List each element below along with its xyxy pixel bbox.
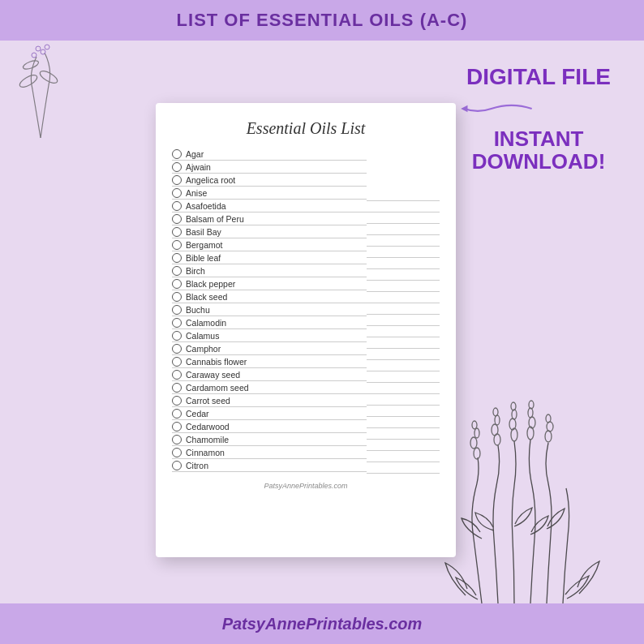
list-item: Cedar bbox=[172, 409, 367, 420]
blank-line bbox=[367, 360, 440, 371]
oil-checkbox bbox=[172, 396, 182, 406]
svg-point-22 bbox=[528, 408, 533, 418]
oil-name: Cedar bbox=[186, 409, 367, 419]
list-item: Balsam of Peru bbox=[172, 214, 367, 225]
list-item: Buchu bbox=[172, 305, 367, 316]
blank-line bbox=[367, 326, 440, 337]
svg-point-6 bbox=[45, 45, 49, 49]
blank-line bbox=[367, 315, 440, 326]
blank-line bbox=[367, 258, 440, 269]
blank-line bbox=[367, 247, 440, 258]
oil-name: Chamomile bbox=[186, 435, 367, 444]
oil-name: Anise bbox=[186, 188, 367, 198]
oil-name: Carrot seed bbox=[186, 396, 367, 406]
oil-name: Angelica root bbox=[186, 175, 367, 185]
svg-point-19 bbox=[511, 402, 516, 410]
oil-checkbox bbox=[172, 240, 182, 250]
blank-line bbox=[367, 213, 440, 224]
oil-checkbox bbox=[172, 253, 182, 263]
svg-marker-7 bbox=[461, 105, 467, 112]
oil-checkbox bbox=[172, 409, 182, 419]
list-item: Calamodin bbox=[172, 318, 367, 329]
list-item: Calamus bbox=[172, 331, 367, 342]
oil-checkbox bbox=[172, 383, 182, 393]
oil-name: Ajwain bbox=[186, 162, 367, 172]
list-item: Black pepper bbox=[172, 279, 367, 290]
list-item: Black seed bbox=[172, 292, 367, 303]
blank-line bbox=[367, 303, 440, 315]
oils-right-lines bbox=[367, 149, 440, 474]
digital-file-section: DIGITAL FILE INSTANT DOWNLOAD! bbox=[457, 65, 620, 174]
list-item: Camphor bbox=[172, 344, 367, 355]
oil-checkbox bbox=[172, 357, 182, 367]
svg-point-2 bbox=[22, 59, 40, 71]
oil-name: Black seed bbox=[186, 292, 367, 302]
list-item: Angelica root bbox=[172, 175, 367, 187]
svg-point-4 bbox=[36, 46, 41, 51]
top-banner: LIST OF ESSENTIAL OILS (A-C) bbox=[0, 0, 644, 41]
list-item: Carrot seed bbox=[172, 396, 367, 407]
oil-name: Buchu bbox=[186, 305, 367, 315]
oil-checkbox bbox=[172, 422, 182, 431]
blank-line bbox=[367, 383, 440, 394]
oil-checkbox bbox=[172, 331, 182, 341]
oil-name: Caraway seed bbox=[186, 370, 367, 380]
list-item: Asafoetida bbox=[172, 201, 367, 213]
svg-point-26 bbox=[546, 414, 551, 423]
oil-checkbox bbox=[172, 305, 182, 315]
svg-point-14 bbox=[495, 415, 500, 425]
oil-checkbox bbox=[172, 279, 182, 289]
oil-checkbox bbox=[172, 435, 182, 444]
blank-line bbox=[367, 190, 440, 201]
blank-line bbox=[367, 281, 440, 292]
oil-checkbox bbox=[172, 175, 182, 185]
blank-line bbox=[367, 269, 440, 281]
oil-checkbox bbox=[172, 448, 182, 457]
oil-checkbox bbox=[172, 461, 182, 470]
svg-point-24 bbox=[545, 431, 552, 442]
list-item: Birch bbox=[172, 266, 367, 277]
list-item: Caraway seed bbox=[172, 370, 367, 381]
list-item: Cinnamon bbox=[172, 448, 367, 459]
blank-line bbox=[367, 224, 440, 235]
footer-website: PatsyAnnePrintables.com bbox=[222, 615, 423, 633]
oil-name: Calamodin bbox=[186, 318, 367, 328]
blank-line bbox=[367, 406, 440, 417]
oil-checkbox bbox=[172, 201, 182, 211]
oil-checkbox bbox=[172, 162, 182, 172]
blank-line bbox=[367, 451, 440, 462]
blank-line bbox=[367, 371, 440, 383]
list-item: Bible leaf bbox=[172, 253, 367, 264]
oil-name: Balsam of Peru bbox=[186, 214, 367, 224]
list-item: Anise bbox=[172, 188, 367, 200]
oil-checkbox bbox=[172, 227, 182, 237]
oil-name: Cedarwood bbox=[186, 422, 367, 431]
list-item: Citron bbox=[172, 461, 367, 472]
blank-line bbox=[367, 440, 440, 451]
svg-point-9 bbox=[470, 437, 477, 449]
blank-line bbox=[367, 428, 440, 440]
oil-checkbox bbox=[172, 214, 182, 224]
oil-name: Cinnamon bbox=[186, 448, 367, 457]
bottom-banner: PatsyAnnePrintables.com bbox=[0, 603, 644, 644]
digital-file-label: DIGITAL FILE bbox=[457, 65, 620, 90]
svg-point-23 bbox=[529, 401, 534, 409]
instant-download-label: INSTANT DOWNLOAD! bbox=[457, 127, 620, 174]
document-title: Essential Oils List bbox=[172, 119, 440, 138]
svg-point-3 bbox=[32, 53, 36, 58]
svg-point-15 bbox=[493, 408, 498, 416]
blank-line bbox=[367, 462, 440, 474]
page-title: LIST OF ESSENTIAL OILS (A-C) bbox=[177, 10, 468, 31]
blank-line bbox=[367, 292, 440, 303]
list-item: Cedarwood bbox=[172, 422, 367, 433]
oil-name: Black pepper bbox=[186, 279, 367, 289]
oil-checkbox bbox=[172, 292, 182, 302]
oil-checkbox bbox=[172, 266, 182, 276]
svg-point-8 bbox=[474, 448, 480, 459]
document-footer: PatsyAnnePrintables.com bbox=[172, 482, 440, 490]
svg-point-1 bbox=[38, 69, 59, 86]
blank-line bbox=[367, 337, 440, 349]
blank-line bbox=[367, 235, 440, 247]
oil-name: Citron bbox=[186, 461, 367, 470]
oil-name: Bible leaf bbox=[186, 253, 367, 263]
